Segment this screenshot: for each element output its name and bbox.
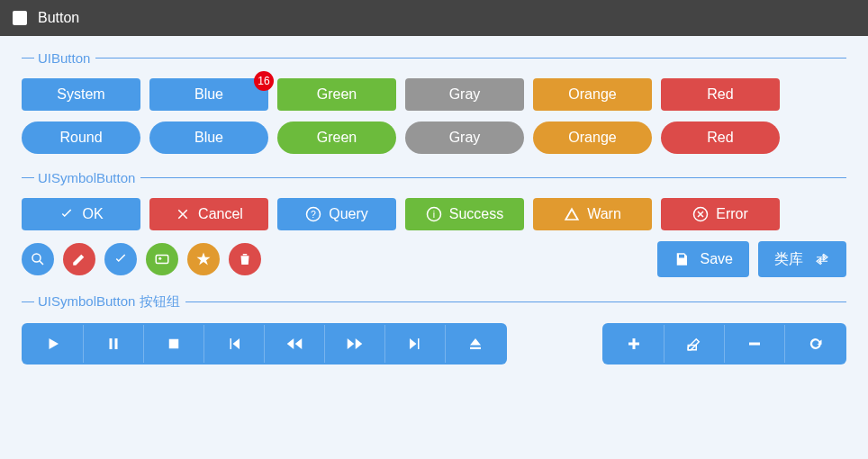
- pencil-icon: [71, 251, 87, 267]
- button-round-blue[interactable]: Blue: [149, 122, 268, 154]
- svg-rect-8: [169, 339, 179, 349]
- svg-rect-10: [749, 343, 760, 346]
- media-button-group: [22, 323, 507, 364]
- plus-icon: [626, 336, 642, 352]
- play-icon: [45, 336, 61, 352]
- info-icon: i: [426, 206, 442, 222]
- edit-button[interactable]: [665, 325, 725, 363]
- save-button[interactable]: Save: [657, 241, 749, 277]
- warn-button[interactable]: Warn: [533, 198, 652, 230]
- search-icon: [30, 251, 46, 267]
- window-title: Button: [38, 10, 79, 26]
- library-button[interactable]: 类库: [758, 241, 846, 277]
- button-red[interactable]: Red: [661, 78, 780, 111]
- rewind-button[interactable]: [265, 325, 325, 363]
- swap-icon: [814, 251, 830, 267]
- success-button[interactable]: iSuccess: [405, 198, 524, 230]
- trash-icon: [237, 251, 253, 267]
- star-icon: [195, 251, 212, 267]
- save-icon: [674, 251, 690, 267]
- question-icon: ?: [305, 206, 321, 222]
- title-bar: Button: [0, 0, 868, 36]
- svg-rect-6: [156, 256, 168, 264]
- card-circle[interactable]: [146, 243, 178, 275]
- skip-forward-icon: [407, 336, 423, 352]
- minus-icon: [746, 336, 763, 352]
- forward-button[interactable]: [325, 325, 385, 363]
- svg-point-5: [32, 254, 41, 262]
- app-icon: [13, 11, 27, 25]
- section-button-group: UISymbolButton 按钮组: [22, 293, 846, 310]
- pause-button[interactable]: [84, 325, 144, 363]
- eject-button[interactable]: [446, 325, 505, 363]
- edit-icon: [686, 336, 702, 352]
- id-card-icon: [154, 251, 170, 267]
- pause-icon: [105, 336, 122, 352]
- button-round-green[interactable]: Green: [277, 122, 396, 154]
- refresh-button[interactable]: [785, 325, 845, 363]
- button-round-gray[interactable]: Gray: [405, 122, 524, 154]
- forward-icon: [347, 336, 363, 352]
- refresh-icon: [807, 336, 823, 352]
- button-gray[interactable]: Gray: [405, 78, 524, 111]
- query-button[interactable]: ?Query: [277, 198, 396, 230]
- search-circle[interactable]: [22, 243, 54, 275]
- skip-back-icon: [226, 336, 242, 352]
- eject-icon: [467, 336, 484, 352]
- edit-circle[interactable]: [63, 243, 95, 275]
- svg-point-7: [158, 257, 161, 260]
- close-icon: [175, 206, 191, 222]
- next-button[interactable]: [385, 325, 446, 363]
- check-circle[interactable]: [104, 243, 137, 275]
- prev-button[interactable]: [204, 325, 265, 363]
- button-round-red[interactable]: Red: [661, 122, 780, 154]
- button-orange[interactable]: Orange: [533, 78, 652, 111]
- error-button[interactable]: Error: [661, 198, 780, 230]
- error-icon: [692, 206, 709, 222]
- add-button[interactable]: [604, 325, 665, 363]
- action-button-group: [602, 323, 846, 364]
- stop-button[interactable]: [144, 325, 204, 363]
- check-icon: [113, 251, 129, 267]
- trash-circle[interactable]: [229, 243, 261, 275]
- star-circle[interactable]: [187, 243, 220, 275]
- button-blue[interactable]: Blue16: [149, 78, 268, 111]
- stop-icon: [166, 336, 182, 352]
- remove-button[interactable]: [725, 325, 785, 363]
- button-system[interactable]: System: [22, 78, 140, 111]
- check-icon: [59, 206, 75, 222]
- warning-icon: [564, 206, 580, 222]
- svg-text:i: i: [433, 209, 435, 220]
- badge: 16: [254, 71, 274, 91]
- button-round[interactable]: Round: [22, 122, 140, 154]
- button-round-orange[interactable]: Orange: [533, 122, 652, 154]
- svg-text:?: ?: [311, 209, 316, 220]
- ok-button[interactable]: OK: [22, 198, 140, 230]
- rewind-icon: [286, 336, 303, 352]
- button-green[interactable]: Green: [277, 78, 396, 111]
- section-uibutton: UIButton: [22, 50, 846, 66]
- section-uisymbolbutton: UISymbolButton: [22, 170, 846, 185]
- play-button[interactable]: [23, 325, 84, 363]
- cancel-button[interactable]: Cancel: [149, 198, 268, 230]
